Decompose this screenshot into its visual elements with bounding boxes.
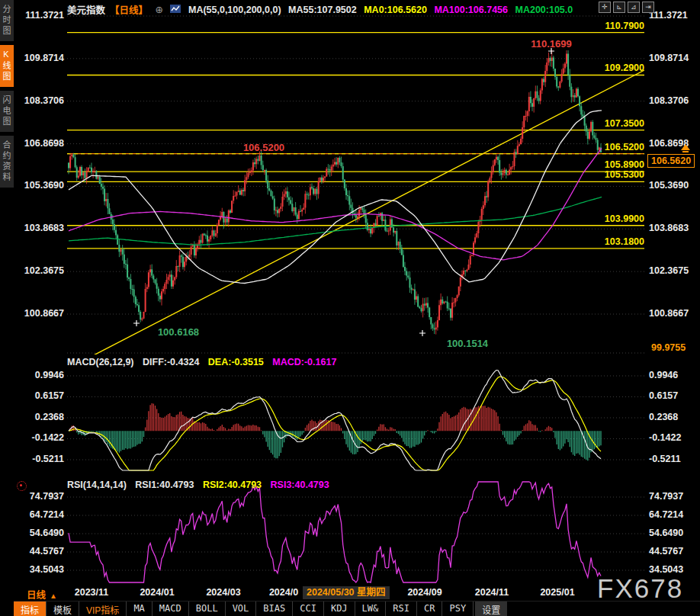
macd-axis-left: 0.9946 [14, 370, 64, 380]
crosshair-move-icon[interactable]: ✛ [599, 2, 611, 13]
rsi2-value: RSI2:40.4793 [203, 480, 262, 490]
rsi-axis-left: 44.5767 [14, 546, 64, 557]
rsi-axis-right: 44.5767 [649, 546, 698, 557]
rsi-pane[interactable] [67, 479, 644, 586]
macd-axis-right: -0.1422 [649, 432, 698, 443]
alert-target-icon[interactable] [17, 481, 27, 491]
scroll-to-latest-icon[interactable] [681, 144, 690, 150]
price-annotation: 106.5200 [243, 142, 284, 153]
extreme-marker [419, 330, 425, 336]
period-tag: 【日线】 [110, 5, 148, 16]
main-price-pane[interactable] [67, 11, 644, 355]
price-annotation: 100.6168 [158, 326, 199, 338]
toolbar-button-LW&[interactable]: LW& [355, 602, 387, 616]
date-label: 2024/0 [269, 587, 298, 598]
date-label: 2025/01 [540, 587, 574, 598]
toolbar-button-指标[interactable]: 指标 [14, 602, 47, 616]
date-label: 2023/11 [75, 587, 109, 598]
rsi-axis-left: 64.7214 [14, 509, 64, 520]
ma100-value: MA100:106.7456 [434, 5, 508, 15]
rsi-line [69, 482, 601, 582]
chart-window-controls: ✛⊾⊿⇥ [599, 2, 654, 13]
candle-bodies-up [70, 53, 599, 329]
period-expand-icon[interactable]: ▲ [50, 592, 57, 600]
rsi-name: RSI(14,14,14) [67, 480, 127, 490]
toolbar-button-设置[interactable]: 设置 [475, 602, 507, 616]
price-axis-right: 100.8667 [649, 308, 698, 319]
export-right-icon[interactable]: ⇥ [642, 2, 654, 13]
level-label: 110.7900 [605, 21, 644, 31]
toolbar-button-MACD[interactable]: MACD [153, 602, 189, 616]
rsi1-value: RSI1:40.4793 [135, 480, 194, 490]
rsi-axis-right: 64.7214 [649, 509, 698, 520]
rsi-axis-left: 54.6490 [14, 528, 64, 538]
toolbar-button-CCI[interactable]: CCI [293, 602, 324, 616]
add-overlay-icon[interactable]: ⊕ [156, 5, 163, 15]
price-axis-left: 111.3721 [14, 10, 64, 21]
level-label: 106.5200 [605, 142, 644, 152]
price-axis-right: 108.3706 [649, 95, 698, 106]
price-axis-right: 103.8683 [649, 223, 698, 233]
axis-scale-icon[interactable]: ⊾ [613, 2, 625, 13]
toolbar-button-模板[interactable]: 模板 [47, 602, 79, 616]
toolbar-button-BOLL[interactable]: BOLL [189, 602, 226, 616]
sidebar-tab-闪电图[interactable]: 闪电图 [0, 91, 14, 132]
macd-pane[interactable] [67, 366, 644, 473]
ma200-value: MA200:105.0 [515, 5, 573, 15]
macd-axis-right: 0.2368 [649, 412, 698, 422]
macd-dea-value: DEA:-0.3515 [208, 357, 264, 367]
toolbar-button-BIAS[interactable]: BIAS [256, 602, 293, 616]
price-axis-right: 109.8714 [649, 53, 698, 63]
macd-axis-left: -0.1422 [14, 432, 64, 443]
price-axis-left: 102.3675 [14, 265, 64, 276]
macd-axis-right: -0.5211 [649, 454, 698, 464]
symbol-name: 美元指数 [67, 5, 105, 16]
macd-axis-left: 0.6157 [14, 390, 64, 401]
macd-histogram-negative [77, 431, 601, 460]
macd-macd-value: MACD:-0.1617 [272, 357, 336, 367]
price-axis-right: 105.3690 [649, 180, 698, 191]
rsi3-value: RSI3:40.4793 [271, 480, 329, 490]
level-label: 105.5300 [605, 169, 644, 180]
current-price-tag: 106.5620 [647, 154, 695, 168]
macd-axis-left: 0.2368 [14, 412, 64, 422]
toolbar-button-PSY[interactable]: PSY [442, 602, 474, 616]
toolbar-button-KDJ[interactable]: KDJ [324, 602, 355, 616]
price-axis-left: 105.3690 [14, 180, 64, 191]
candle-wicks-down [69, 50, 601, 334]
axis-pan-icon[interactable]: ⊿ [628, 2, 640, 13]
mini-chart-icon[interactable] [170, 5, 181, 15]
macd-axis-right: 0.9946 [649, 370, 698, 380]
level-label: 103.9900 [605, 213, 644, 224]
date-label: 2024/03 [206, 587, 240, 598]
toolbar-button-MA[interactable]: MA [127, 602, 152, 616]
sidebar-tab-分时图[interactable]: 分时图 [0, 0, 14, 41]
watermark: FX678 [597, 573, 683, 604]
price-axis-left: 106.8698 [14, 138, 64, 149]
price-annotation: 110.1699 [531, 38, 572, 50]
candle-wicks-up [70, 50, 599, 335]
period-selector[interactable]: 日线▲ [27, 587, 57, 602]
sidebar-tab-K线图[interactable]: K线图 [0, 45, 14, 87]
toolbar-button-CR[interactable]: CR [417, 602, 442, 616]
sidebar-tab-合约资料[interactable]: 合约资料 [0, 136, 14, 188]
toolbar-button-VIP指标[interactable]: VIP指标 [79, 602, 127, 616]
macd-axis-left: -0.5211 [14, 454, 64, 464]
price-axis-right: 111.3721 [649, 10, 698, 21]
date-label: 2024/09 [407, 587, 442, 598]
trading-app-window: 分时图K线图闪电图合约资料 美元指数【日线】 ⊕ MA(55,0,100,200… [0, 0, 700, 616]
rsi-axis-right: 74.7937 [649, 491, 698, 502]
ma55-line [69, 111, 602, 284]
toolbar-button-VOL[interactable]: VOL [226, 602, 257, 616]
macd-axis-right: 0.6157 [649, 390, 698, 401]
price-axis-left: 108.3706 [14, 95, 64, 106]
ma0-value: MA0:106.5620 [364, 5, 427, 15]
chart-header: 美元指数【日线】 ⊕ MA(55,0,100,200,0,0) MA55:107… [67, 2, 577, 14]
time-axis: 日线▲ 2024/05/30 星期四 2023/112024/012024/03… [0, 586, 700, 600]
macd-name: MACD(26,12,9) [67, 357, 134, 367]
extreme-marker [133, 320, 140, 326]
level-label: 105.8900 [605, 159, 644, 170]
date-label: 2024/11 [475, 587, 509, 598]
pane-bottom-axis-value: 99.9755 [649, 342, 688, 353]
toolbar-button-RSI[interactable]: RSI [386, 602, 417, 616]
